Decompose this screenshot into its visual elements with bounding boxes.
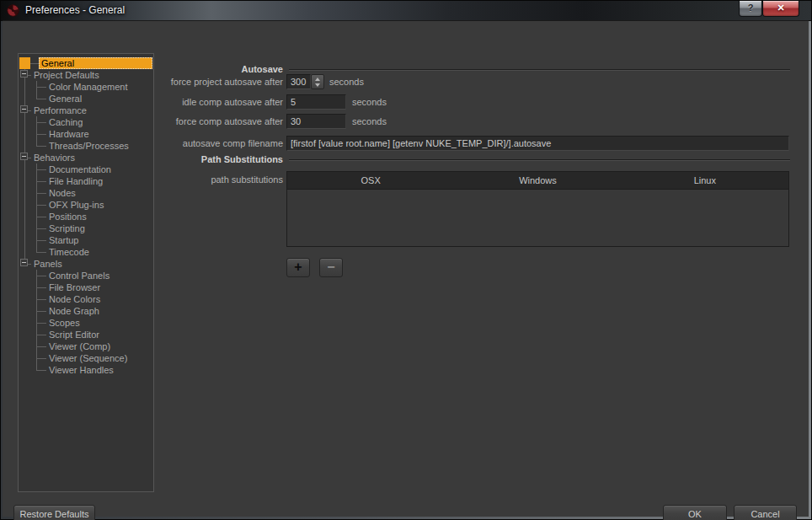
tree-branch-lines [19,317,31,329]
table-header-row: OSX Windows Linux [287,172,788,190]
spinner-up-icon[interactable] [315,78,320,81]
sidebar-item-label: Project Defaults [31,69,103,81]
sidebar-item-startup[interactable]: Startup [19,234,152,246]
tree-branch-lines [19,258,31,270]
tree-branch-lines [31,187,46,199]
tree-branch-lines [31,293,46,305]
collapse-toggle-icon[interactable] [20,153,28,160]
restore-defaults-button[interactable]: Restore Defaults [13,505,95,520]
tree-branch-lines [31,281,46,293]
tree-branch-lines [31,222,46,234]
sidebar-item-label: Documentation [46,164,115,175]
sidebar-item-label: Panels [31,258,66,270]
tree-branch-lines [19,116,31,128]
collapse-toggle-icon[interactable] [20,105,28,113]
tree-branch-lines [19,81,31,93]
force-comp-autosave-input[interactable] [286,114,346,129]
sidebar-item-label: Timecode [46,246,93,258]
sidebar-item-documentation[interactable]: Documentation [19,164,152,175]
tree-branch-lines [31,305,46,317]
cancel-button[interactable]: Cancel [734,505,797,520]
column-header-linux[interactable]: Linux [622,172,788,189]
tree-branch-lines [19,234,31,246]
spinner-control[interactable] [311,74,324,89]
tree-branch-lines [31,364,46,376]
seconds-suffix: seconds [352,116,387,126]
sidebar-item-positions[interactable]: Positions [19,211,152,222]
collapse-toggle-icon[interactable] [20,70,28,78]
idle-comp-autosave-label: idle comp autosave after [129,97,283,107]
tree-branch-lines [31,234,46,246]
sidebar-item-timecode[interactable]: Timecode [19,246,152,258]
sidebar-item-label: Threads/Processes [46,140,132,152]
autosave-section-title: Autosave [129,64,283,74]
tree-branch-lines [19,128,31,140]
sidebar-item-ofx-plug-ins[interactable]: OFX Plug-ins [19,199,152,211]
force-comp-autosave-label: force comp autosave after [129,116,283,126]
preferences-window: Preferences - General ? ✕ GeneralProject… [0,0,812,520]
tree-branch-lines [19,187,31,199]
tree-branch-lines [31,352,46,364]
sidebar-item-file-browser[interactable]: File Browser [19,281,152,293]
tree-branch-lines [19,140,31,152]
sidebar-item-nodes[interactable]: Nodes [19,187,152,199]
sidebar-item-label: Hardware [46,128,93,140]
tree-branch-lines [31,128,46,140]
window-title: Preferences - General [25,4,125,16]
sidebar-item-viewer-comp[interactable]: Viewer (Comp) [19,340,152,352]
add-row-button[interactable]: + [286,258,310,277]
tree-branch-lines [19,364,31,376]
sidebar-item-label: OFX Plug-ins [46,199,107,211]
nuke-logo-icon [7,4,19,17]
sidebar-item-label: Caching [46,116,86,128]
seconds-suffix: seconds [329,77,364,87]
sidebar-item-label: Color Management [46,81,131,93]
tree-selection-block [19,57,30,69]
sidebar-item-script-editor[interactable]: Script Editor [19,329,152,340]
sidebar-item-label: Node Graph [46,305,103,317]
sidebar-item-label: Startup [46,234,82,246]
collapse-toggle-icon[interactable] [20,259,28,266]
sidebar-item-label: Positions [46,211,90,222]
sidebar-item-label: Viewer (Sequence) [46,352,131,364]
sidebar-item-control-panels[interactable]: Control Panels [19,270,152,281]
sidebar-item-label: Viewer (Comp) [46,340,114,352]
ok-button[interactable]: OK [663,505,727,520]
tree-branch-lines [19,69,31,81]
tree-branch-lines [19,105,31,116]
force-project-autosave-input[interactable] [286,74,311,89]
sidebar-item-scopes[interactable]: Scopes [19,317,152,329]
tree-branch-lines [19,270,31,281]
autosave-filename-input[interactable] [286,136,789,151]
tree-branch-lines [31,140,46,152]
sidebar-item-label: Scripting [46,222,88,234]
title-bar[interactable]: Preferences - General ? ✕ [1,1,811,21]
sidebar-item-label: Behaviors [31,152,78,164]
sidebar-item-node-graph[interactable]: Node Graph [19,305,152,317]
tree-branch-lines [31,81,46,93]
tree-branch-lines [31,317,46,329]
force-project-autosave-label: force project autosave after [129,77,283,87]
sidebar-item-label: Scopes [46,317,83,329]
sidebar-item-node-colors[interactable]: Node Colors [19,293,152,305]
tree-branch-lines [31,270,46,281]
tree-branch-lines [19,199,31,211]
column-header-osx[interactable]: OSX [287,172,454,189]
remove-row-button[interactable]: − [319,258,343,277]
sidebar-item-panels[interactable]: Panels [19,258,152,270]
tree-branch-lines [31,164,46,175]
close-button[interactable]: ✕ [762,1,799,17]
spinner-down-icon[interactable] [315,83,320,87]
tree-branch-lines [19,246,31,258]
column-header-windows[interactable]: Windows [454,172,621,189]
tree-branch-lines [19,152,31,164]
help-button[interactable]: ? [739,1,762,17]
tree-branch-lines [19,340,31,352]
sidebar-item-label: Node Colors [46,293,104,305]
sidebar-item-viewer-handles[interactable]: Viewer Handles [19,364,152,376]
seconds-suffix: seconds [352,97,387,107]
idle-comp-autosave-input[interactable] [286,94,346,110]
sidebar-item-viewer-sequence[interactable]: Viewer (Sequence) [19,352,152,364]
path-substitutions-table[interactable]: OSX Windows Linux [286,171,789,247]
sidebar-item-scripting[interactable]: Scripting [19,222,152,234]
